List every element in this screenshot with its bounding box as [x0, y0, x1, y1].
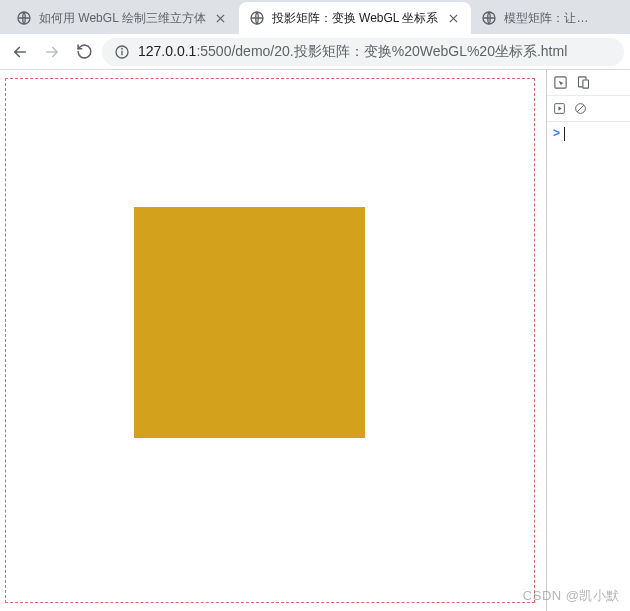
close-icon[interactable] — [213, 10, 229, 26]
forward-button[interactable] — [38, 38, 66, 66]
inspect-icon[interactable] — [553, 75, 568, 90]
rendered-square — [134, 207, 365, 438]
tab-1[interactable]: 投影矩阵：变换 WebGL 坐标系 — [239, 2, 472, 34]
devtools-panel[interactable]: > — [546, 70, 630, 611]
svg-rect-8 — [583, 80, 589, 88]
globe-icon — [249, 10, 265, 26]
content-area: > — [0, 70, 630, 611]
close-icon[interactable] — [445, 10, 461, 26]
devtools-toolbar-2[interactable] — [547, 96, 630, 122]
site-info-icon[interactable] — [114, 44, 130, 60]
back-button[interactable] — [6, 38, 34, 66]
console-cursor — [564, 127, 565, 141]
page-viewport — [0, 70, 546, 611]
tab-2[interactable]: 模型矩阵：让立方体旋 — [471, 2, 596, 34]
play-icon[interactable] — [553, 102, 566, 115]
tab-title: 如何用 WebGL 绘制三维立方体 — [39, 10, 206, 27]
globe-icon — [481, 10, 497, 26]
tab-title: 投影矩阵：变换 WebGL 坐标系 — [272, 10, 439, 27]
clear-icon[interactable] — [574, 102, 587, 115]
devtools-toolbar-1[interactable] — [547, 70, 630, 96]
reload-button[interactable] — [70, 38, 98, 66]
console-prompt-icon: > — [553, 126, 560, 140]
address-bar[interactable]: 127.0.0.1:5500/demo/20.投影矩阵：变换%20WebGL%2… — [102, 38, 624, 66]
console-input[interactable]: > — [547, 122, 630, 145]
device-toggle-icon[interactable] — [576, 75, 591, 90]
svg-point-5 — [122, 48, 123, 49]
tab-title: 模型矩阵：让立方体旋 — [504, 10, 594, 27]
globe-icon — [16, 10, 32, 26]
url-text: 127.0.0.1:5500/demo/20.投影矩阵：变换%20WebGL%2… — [138, 43, 567, 61]
webgl-canvas[interactable] — [5, 78, 535, 603]
toolbar: 127.0.0.1:5500/demo/20.投影矩阵：变换%20WebGL%2… — [0, 34, 630, 70]
tab-strip: 如何用 WebGL 绘制三维立方体 投影矩阵：变换 WebGL 坐标系 模型矩阵… — [0, 0, 630, 34]
svg-line-11 — [577, 105, 584, 112]
tab-0[interactable]: 如何用 WebGL 绘制三维立方体 — [6, 2, 239, 34]
